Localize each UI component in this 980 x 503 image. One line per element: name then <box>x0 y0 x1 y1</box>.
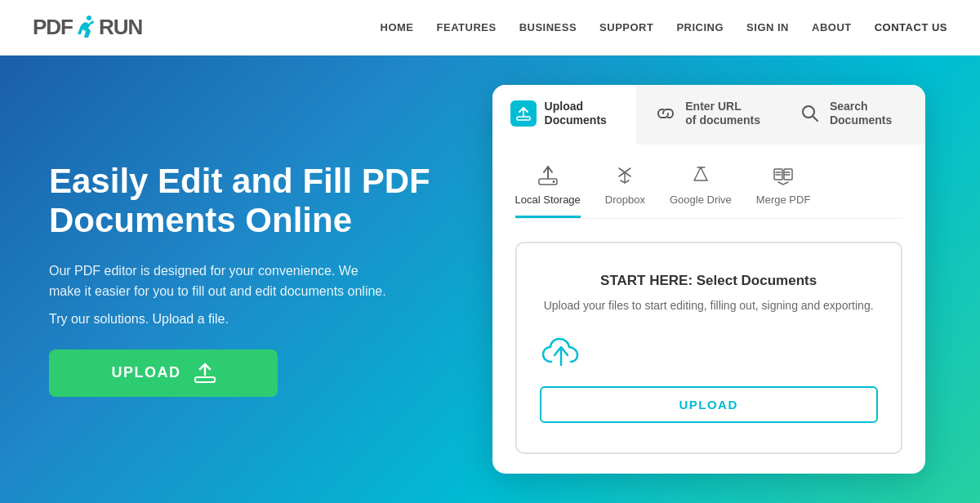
svg-point-0 <box>87 16 91 20</box>
dropbox-label: Dropbox <box>605 194 645 206</box>
nav-support[interactable]: SUPPORT <box>599 21 653 33</box>
nav-features[interactable]: FEATURES <box>437 21 497 33</box>
gdrive-label: Google Drive <box>670 194 732 206</box>
nav-business[interactable]: BUSINESS <box>519 21 577 33</box>
tab-upload-documents[interactable]: UploadDocuments <box>492 85 637 145</box>
gdrive-icon <box>689 164 712 187</box>
upload-area-button[interactable]: UPLOAD <box>540 386 878 423</box>
svg-point-3 <box>803 106 814 118</box>
nav-pricing[interactable]: PRICING <box>676 21 724 33</box>
local-storage-icon <box>537 164 559 187</box>
nav-home[interactable]: HOME <box>381 21 414 33</box>
nav-contact[interactable]: CONTACT US <box>875 21 947 33</box>
nav-signin[interactable]: SIGN IN <box>746 21 789 33</box>
svg-rect-1 <box>195 377 215 382</box>
tab-upload-icon <box>510 100 537 127</box>
hero-right: UploadDocuments Enter URLof documents <box>486 85 931 474</box>
upload-area-title: START HERE: Select Documents <box>540 273 878 289</box>
tab-url-icon <box>654 102 677 125</box>
source-tab-gdrive[interactable]: Google Drive <box>670 164 732 218</box>
hero-section: Easily Edit and Fill PDF Documents Onlin… <box>0 56 980 503</box>
source-tab-dropbox[interactable]: Dropbox <box>605 164 645 218</box>
logo-pdf-text: PDF <box>33 15 73 40</box>
logo-runner-icon <box>74 15 97 41</box>
hero-title: Easily Edit and Fill PDF Documents Onlin… <box>49 162 453 241</box>
tab-upload-label: UploadDocuments <box>545 100 607 127</box>
hero-cta-text: Try our solutions. Upload a file. <box>49 312 453 327</box>
hero-description: Our PDF editor is designed for your conv… <box>49 260 392 302</box>
hero-upload-button[interactable]: UPLOAD <box>49 349 278 397</box>
dropbox-icon <box>613 164 636 187</box>
svg-rect-2 <box>517 117 530 120</box>
source-tab-merge[interactable]: Merge PDF <box>756 164 810 218</box>
upload-area-subtitle: Upload your files to start editing, fill… <box>540 297 878 314</box>
upload-area-cloud-icon <box>540 334 878 370</box>
source-tab-local[interactable]: Local Storage <box>515 164 581 218</box>
hero-upload-label: UPLOAD <box>112 364 181 381</box>
card-tabs: UploadDocuments Enter URLof documents <box>492 85 925 145</box>
upload-area: START HERE: Select Documents Upload your… <box>515 242 902 454</box>
header: PDF RUN HOME FEATURES BUSINESS SUPPORT P… <box>0 0 980 56</box>
tab-enter-url[interactable]: Enter URLof documents <box>636 85 781 145</box>
nav-about[interactable]: ABOUT <box>812 21 852 33</box>
logo-run-text: RUN <box>99 15 142 40</box>
upload-icon <box>194 363 216 384</box>
merge-label: Merge PDF <box>756 194 810 206</box>
hero-left: Easily Edit and Fill PDF Documents Onlin… <box>49 162 486 397</box>
main-nav: HOME FEATURES BUSINESS SUPPORT PRICING S… <box>381 21 947 33</box>
card-body: Local Storage Dropbox <box>492 145 925 474</box>
tab-search-icon <box>799 102 822 125</box>
svg-point-5 <box>552 180 555 183</box>
tab-url-label: Enter URLof documents <box>685 100 760 127</box>
upload-card: UploadDocuments Enter URLof documents <box>492 85 925 474</box>
tab-search-documents[interactable]: SearchDocuments <box>781 85 925 145</box>
local-storage-label: Local Storage <box>515 194 581 206</box>
tab-search-label: SearchDocuments <box>830 100 892 127</box>
logo: PDF RUN <box>33 15 142 41</box>
merge-icon <box>772 164 795 187</box>
source-tabs: Local Storage Dropbox <box>515 164 902 219</box>
